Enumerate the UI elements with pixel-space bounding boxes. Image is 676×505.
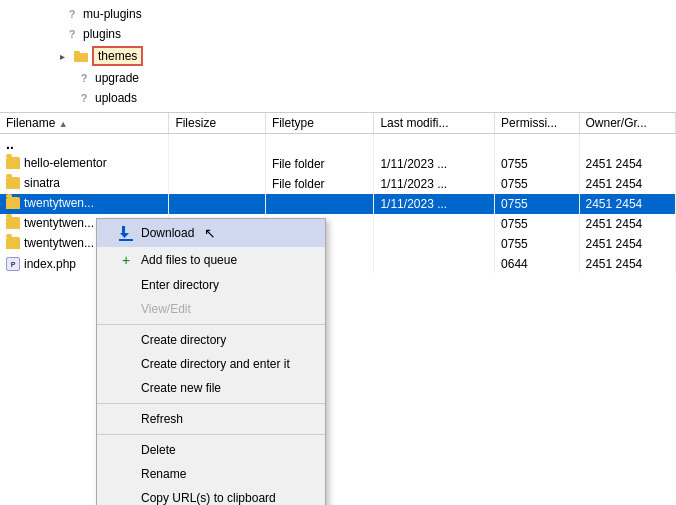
folder-icon [6, 177, 20, 189]
question-icon: ? [64, 6, 80, 22]
tree-item-uploads[interactable]: ? uploads [0, 88, 676, 108]
col-header-filename[interactable]: Filename ▲ [0, 113, 169, 134]
cell-permissions: 0755 [495, 174, 579, 194]
cell-filesize [169, 154, 266, 174]
context-menu-refresh[interactable]: Refresh [97, 407, 325, 431]
cell-filetype: File folder [265, 154, 374, 174]
cursor-icon: ↖ [204, 225, 216, 241]
cell-filesize [169, 174, 266, 194]
context-menu-create-new-file[interactable]: Create new file [97, 376, 325, 400]
col-header-filetype[interactable]: Filetype [265, 113, 374, 134]
add-icon: + [117, 252, 135, 268]
svg-rect-2 [122, 226, 125, 233]
context-menu-copy-url[interactable]: Copy URL(s) to clipboard [97, 486, 325, 505]
col-header-permissions[interactable]: Permissi... [495, 113, 579, 134]
context-menu-item-label: Rename [141, 467, 186, 481]
table-row[interactable]: .. [0, 134, 676, 155]
table-row[interactable]: sinatra File folder 1/11/2023 ... 0755 2… [0, 174, 676, 194]
cell-permissions [495, 134, 579, 155]
context-menu-add-files[interactable]: + Add files to queue [97, 247, 325, 273]
context-menu-item-label: Create new file [141, 381, 221, 395]
tree-item-label: upgrade [95, 71, 139, 85]
cell-permissions: 0755 [495, 234, 579, 254]
cell-filesize [169, 194, 266, 214]
tree-item-upgrade[interactable]: ? upgrade [0, 68, 676, 88]
context-menu-create-directory[interactable]: Create directory [97, 328, 325, 352]
context-menu-item-label: Download [141, 226, 194, 240]
folder-icon [73, 48, 89, 64]
cell-permissions: 0755 [495, 154, 579, 174]
cell-modified [374, 214, 495, 234]
cell-modified [374, 254, 495, 273]
context-menu-item-label: Delete [141, 443, 176, 457]
table-header-row: Filename ▲ Filesize Filetype Last modifi… [0, 113, 676, 134]
cell-owner: 2451 2454 [579, 214, 676, 234]
col-header-modified[interactable]: Last modifi... [374, 113, 495, 134]
cell-modified [374, 134, 495, 155]
tree-panel: ? mu-plugins ? plugins ▸ themes ? upgrad… [0, 0, 676, 113]
tree-item-mu-plugins[interactable]: ? mu-plugins [0, 4, 676, 24]
question-icon: ? [76, 70, 92, 86]
context-menu: Download ↖ + Add files to queue Enter di… [96, 218, 326, 505]
cell-modified [374, 234, 495, 254]
svg-rect-4 [119, 239, 133, 241]
context-menu-item-label: Enter directory [141, 278, 219, 292]
cell-filetype: File folder [265, 174, 374, 194]
tree-item-label: mu-plugins [83, 7, 142, 21]
cell-permissions: 0755 [495, 194, 579, 214]
cell-permissions: 0755 [495, 214, 579, 234]
svg-marker-3 [120, 233, 129, 238]
folder-icon [6, 157, 20, 169]
cell-filename: sinatra [0, 174, 169, 194]
table-row[interactable]: hello-elementor File folder 1/11/2023 ..… [0, 154, 676, 174]
cell-filetype [265, 134, 374, 155]
question-icon: ? [64, 26, 80, 42]
cell-filesize [169, 134, 266, 155]
context-menu-item-label: Create directory and enter it [141, 357, 290, 371]
cell-owner: 2451 2454 [579, 234, 676, 254]
table-row[interactable]: twentytwen... 1/11/2023 ... 0755 2451 24… [0, 194, 676, 214]
folder-icon [6, 217, 20, 229]
cell-owner [579, 134, 676, 155]
expand-icon: ▸ [54, 48, 70, 64]
cell-modified: 1/11/2023 ... [374, 174, 495, 194]
cell-owner: 2451 2454 [579, 254, 676, 273]
context-menu-create-directory-enter[interactable]: Create directory and enter it [97, 352, 325, 376]
context-menu-item-label: Add files to queue [141, 253, 237, 267]
tree-item-plugins[interactable]: ? plugins [0, 24, 676, 44]
svg-rect-1 [74, 51, 80, 55]
cell-permissions: 0644 [495, 254, 579, 273]
context-menu-rename[interactable]: Rename [97, 462, 325, 486]
context-menu-separator [97, 403, 325, 404]
cell-filename: hello-elementor [0, 154, 169, 174]
themes-label: themes [92, 46, 143, 66]
tree-item-label: uploads [95, 91, 137, 105]
context-menu-delete[interactable]: Delete [97, 438, 325, 462]
download-icon [117, 224, 135, 242]
col-header-owner[interactable]: Owner/Gr... [579, 113, 676, 134]
folder-icon [6, 237, 20, 249]
context-menu-enter-directory[interactable]: Enter directory [97, 273, 325, 297]
cell-owner: 2451 2454 [579, 174, 676, 194]
context-menu-separator [97, 324, 325, 325]
context-menu-item-label: Copy URL(s) to clipboard [141, 491, 276, 505]
cell-filename: twentytwen... [0, 194, 169, 214]
cell-owner: 2451 2454 [579, 154, 676, 174]
dotdot-icon: .. [6, 136, 14, 152]
tree-item-label: plugins [83, 27, 121, 41]
sort-arrow-icon: ▲ [59, 119, 68, 129]
context-menu-item-label: Refresh [141, 412, 183, 426]
tree-item-themes[interactable]: ▸ themes [0, 44, 676, 68]
context-menu-item-label: View/Edit [141, 302, 191, 316]
context-menu-view-edit: View/Edit [97, 297, 325, 321]
question-icon: ? [76, 90, 92, 106]
folder-icon [6, 197, 20, 209]
context-menu-download[interactable]: Download ↖ [97, 219, 325, 247]
col-header-filesize[interactable]: Filesize [169, 113, 266, 134]
cell-modified: 1/11/2023 ... [374, 154, 495, 174]
php-file-icon: P [6, 257, 20, 271]
cell-filename: .. [0, 134, 169, 155]
context-menu-item-label: Create directory [141, 333, 226, 347]
cell-filetype [265, 194, 374, 214]
cell-modified: 1/11/2023 ... [374, 194, 495, 214]
